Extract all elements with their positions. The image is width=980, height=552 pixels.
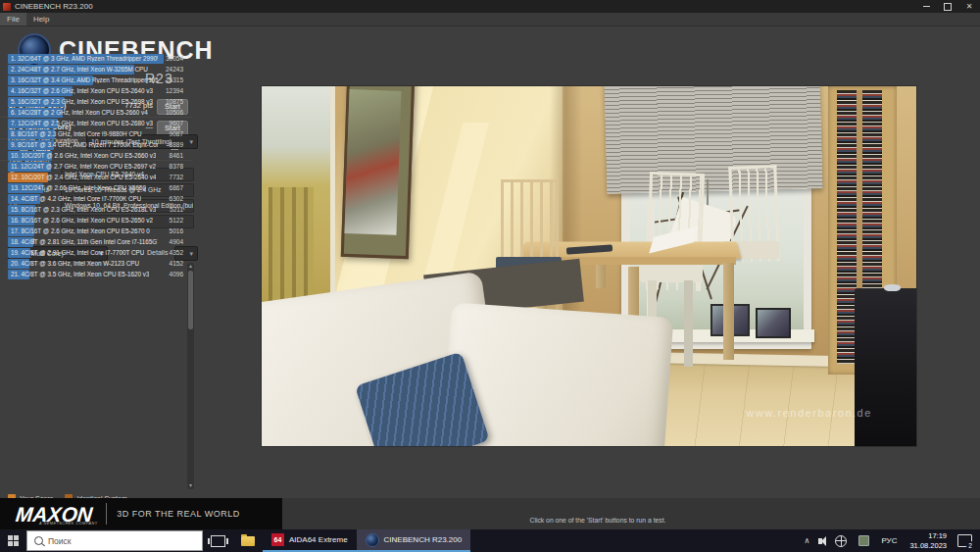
menu-file[interactable]: File [0,13,26,25]
ranking-row-score: 8461 [170,152,183,159]
speaker-knob [884,284,901,291]
ranking-row-score: 6302 [170,195,183,202]
ranking-row[interactable]: 7. 12C/24T @ 2.5 GHz, Intel Xeon CPU E5-… [8,118,185,128]
chevron-down-icon: ▾ [189,250,193,258]
start-menu-button[interactable] [0,529,25,552]
ranking-row[interactable]: 15. 8C/16T @ 2.3 GHz, Intel Xeon CPU E5-… [8,204,185,215]
maximize-icon [944,3,952,11]
ranking-row[interactable]: 5. 16C/32T @ 2.3 GHz, Intel Xeon CPU E5-… [8,96,185,107]
ranking-row[interactable]: 12. 10C/20T @ 2.4 GHz, Intel Xeon CPU E5… [8,172,185,182]
tray-app-icon[interactable] [858,535,869,546]
taskbar-app-aida64[interactable]: 64 AIDA64 Extreme [263,529,357,552]
scrollbar-thumb[interactable] [188,271,193,329]
maxon-logo-box: MAXON A NEMETSCHEK COMPANY 3D FOR THE RE… [0,498,282,529]
title-bar: CINEBENCH R23.200 ✕ [0,0,980,13]
ranking-row-label: 4. 16C/32T @ 2.6 GHz, Intel Xeon CPU E5-… [11,87,153,94]
ranking-row[interactable]: 13. 12C/24T @ 2.66 GHz, Intel Xeon CPU X… [8,182,185,193]
render-watermark: www.renderbaron.de [746,407,872,419]
ranking-row-label: 19. 4C/8T @ 2.91 GHz, Intel Core i7-7700… [11,249,144,256]
sill-photo-frame [756,308,791,339]
ranking-row-label: 8. 8C/16T @ 2.3 GHz, Intel Core i9-9880H… [11,130,142,137]
wall-painting-canvas [344,89,402,235]
maximize-button[interactable] [937,0,958,13]
ranking-list: 1. 32C/64T @ 3 GHz, AMD Ryzen Threadripp… [8,53,185,279]
ranking-row[interactable]: 9. 8C/16T @ 3.4 GHz, AMD Ryzen 7 1700X E… [8,139,185,150]
aida64-label: AIDA64 Extreme [289,535,348,544]
windows-logo-icon [8,535,19,546]
ranking-row[interactable]: 6. 14C/28T @ 2 GHz, Intel Xeon CPU E5-26… [8,107,185,118]
ranking-row[interactable]: 18. 4C/8T @ 2.81 GHz, 11th Gen Intel Cor… [8,236,185,247]
ranking-row-score: 12394 [166,87,183,94]
clock[interactable]: 17:19 31.08.2023 [903,531,954,551]
ranking-row-score: 6867 [170,184,183,191]
ranking-row-label: 9. 8C/16T @ 3.4 GHz, AMD Ryzen 7 1700X E… [11,141,158,148]
close-icon: ✕ [966,2,973,11]
ranking-row[interactable]: 17. 8C/16T @ 2.6 GHz, Intel Xeon CPU E5-… [8,226,185,236]
ranking-row[interactable]: 14. 4C/8T @ 4.2 GHz, Intel Core i7-7700K… [8,193,185,204]
network-icon[interactable] [835,535,847,547]
search-input[interactable]: Поиск [26,530,203,551]
ranking-scrollbar[interactable]: ▴ ▾ [187,263,194,489]
ranking-row[interactable]: 16. 8C/16T @ 2.6 GHz, Intel Xeon CPU E5-… [8,215,185,226]
chevron-down-icon: ▾ [189,138,193,146]
ranking-row-score: 5211 [170,206,183,213]
speaker [855,288,916,446]
ranking-row[interactable]: 4. 16C/32T @ 2.6 GHz, Intel Xeon CPU E5-… [8,85,185,96]
language-indicator[interactable]: РУС [875,536,903,545]
ranking-row-score: 10506 [166,109,183,116]
search-placeholder: Поиск [48,536,72,546]
bottom-bar: MAXON A NEMETSCHEK COMPANY 3D FOR THE RE… [0,498,980,529]
ranking-row-label: 18. 4C/8T @ 2.81 GHz, 11th Gen Intel Cor… [11,238,158,245]
notification-center-icon[interactable]: 2 [957,534,972,547]
ranking-row-score: 9607 [170,120,183,126]
ranking-row[interactable]: 2. 24C/48T @ 2.7 GHz, Intel Xeon W-3265M… [8,64,185,75]
ranking-row[interactable]: 3. 16C/32T @ 3.4 GHz, AMD Ryzen Threadri… [8,75,185,85]
ranking-row-label: 16. 8C/16T @ 2.6 GHz, Intel Xeon CPU E5-… [11,217,153,224]
ranking-row[interactable]: 1. 32C/64T @ 3 GHz, AMD Ryzen Threadripp… [8,53,185,64]
system-tray: ∧ РУС 17:19 31.08.2023 2 [800,529,980,552]
ranking-row[interactable]: 21. 4C/8T @ 3.5 GHz, Intel Xeon CPU E5-1… [8,269,185,279]
ranking-row[interactable]: 10. 10C/20T @ 2.6 GHz, Intel Xeon CPU E5… [8,150,185,161]
cinebench-label: CINEBENCH R23.200 [384,535,463,544]
ranking-row-score: 7732 [170,174,183,180]
menu-help[interactable]: Help [26,13,56,25]
ranking-row[interactable]: 11. 12C/24T @ 2.7 GHz, Intel Xeon CPU E5… [8,161,185,172]
ranking-row-score: 8889 [170,141,183,148]
scroll-down-icon[interactable]: ▾ [187,482,194,489]
left-panel: CINEBENCH R23 CPU (Multi Core) 7732 pts … [0,25,201,498]
task-view-button[interactable] [203,529,233,552]
close-button[interactable]: ✕ [958,0,980,13]
ranking-row-score: 4096 [170,271,183,277]
window-title: CINEBENCH R23.200 [15,2,93,11]
ranking-row-score: 30054 [166,55,183,62]
minimize-icon [923,6,930,7]
volume-icon[interactable] [818,538,822,544]
ranking-row-label: 2. 24C/48T @ 2.7 GHz, Intel Xeon W-3265M… [11,66,148,73]
ranking-row-score: 4352 [170,249,183,256]
ranking-row-score: 9087 [170,130,183,137]
taskbar-app-cinebench[interactable]: CINEBENCH R23.200 [357,529,471,552]
task-view-icon [211,535,225,547]
ranking-row[interactable]: 20. 4C/8T @ 3.6 GHz, Intel Xeon W-2123 C… [8,258,185,269]
tray-expand-icon[interactable]: ∧ [800,536,815,545]
ranking-row-score: 10875 [166,98,183,105]
maxon-subtitle: A NEMETSCHEK COMPANY [39,522,98,526]
ranking-row-score: 5016 [170,227,183,234]
ranking-row-label: 7. 12C/24T @ 2.5 GHz, Intel Xeon CPU E5-… [11,120,153,126]
ranking-row-score: 24243 [166,66,183,73]
ranking-row-score: 4152 [170,260,183,267]
chair-seat [640,263,702,282]
file-explorer-button[interactable] [233,529,263,552]
aida64-icon: 64 [271,533,284,546]
ranking-row-label: 12. 10C/20T @ 2.4 GHz, Intel Xeon CPU E5… [11,174,156,180]
scroll-up-icon[interactable]: ▴ [187,263,194,270]
ranking-row[interactable]: 19. 4C/8T @ 2.91 GHz, Intel Core i7-7700… [8,247,185,258]
minimize-button[interactable] [915,0,937,13]
maxon-tagline: 3D FOR THE REAL WORLD [117,509,240,519]
ranking-row-label: 14. 4C/8T @ 4.2 GHz, Intel Core i7-7700K… [11,195,141,202]
ranking-row-score: 5122 [170,217,183,224]
ranking-row[interactable]: 8. 8C/16T @ 2.3 GHz, Intel Core i9-9880H… [8,128,185,139]
ranking-row-label: 17. 8C/16T @ 2.6 GHz, Intel Xeon CPU E5-… [11,227,150,234]
ranking-row-label: 20. 4C/8T @ 3.6 GHz, Intel Xeon W-2123 C… [11,260,139,267]
ranking-row-label: 21. 4C/8T @ 3.5 GHz, Intel Xeon CPU E5-1… [11,271,149,277]
